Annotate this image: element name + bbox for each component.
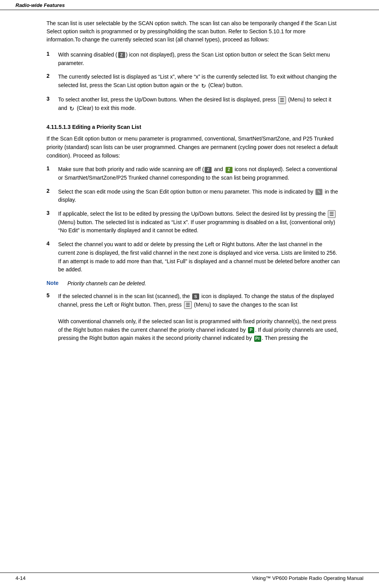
section-step-4-num: 4 [47,240,58,274]
section-step-2: 2 Select the scan edit mode using the Sc… [47,188,340,204]
scan-disabled-icon: Z [118,52,125,58]
section-step-3-num: 3 [47,210,58,235]
section-step-1-num: 1 [47,165,58,182]
note-text: Priority channels can be deleted. [67,279,146,288]
page-header: Radio-wide Features [0,0,379,10]
priority-p1-icon: P [248,327,254,333]
section-step-2-num: 2 [47,188,58,204]
step-1-content: With scanning disabled (Z) icon not disp… [58,51,340,67]
clear-icon-1: ↻ [201,81,206,90]
section-step-4: 4 Select the channel you want to add or … [47,240,340,274]
section-4-11-5-1-3-heading: 4.11.5.1.3 Editing a Priority Scan List [47,124,340,130]
step-3-content: To select another list, press the Up/Dow… [58,96,340,113]
content-area: The scan list is user selectable by the … [0,10,379,363]
clear-icon-2: ↻ [69,104,74,113]
section-step-2-content: Select the scan edit mode using the Scan… [58,188,340,204]
note-row: Note Priority channels can be deleted. [47,279,340,288]
menu-icon-3: ☰ [184,301,192,309]
section-step-3-content: If applicable, select the list to be edi… [58,210,340,235]
step-1-num: 1 [47,51,58,67]
step-1: 1 With scanning disabled (Z) icon not di… [47,51,340,67]
priority-p2-icon: P2 [254,336,261,342]
note-label: Note [47,279,61,286]
section-step-5-num: 5 [47,292,58,343]
header-text: Radio-wide Features [16,2,65,8]
section-step-4-content: Select the channel you want to add or de… [58,240,340,274]
section-step-1: 1 Make sure that both priority and radio… [47,165,340,182]
section-step-1-content: Make sure that both priority and radio w… [58,165,340,182]
scan-s-icon: S [192,293,199,300]
priority-scan-off-icon: Z [205,167,212,173]
menu-icon-1: ☰ [278,96,286,104]
footer-page-num: 4-14 [16,575,26,581]
step-3: 3 To select another list, press the Up/D… [47,96,340,113]
step-2-num: 2 [47,73,58,90]
step-2-content: The currently selected list is displayed… [58,73,340,90]
page-container: Radio-wide Features The scan list is use… [0,0,379,588]
footer-title: Viking™ VP600 Portable Radio Operating M… [252,575,363,581]
intro-paragraph: The scan list is user selectable by the … [47,19,340,44]
step-3-num: 3 [47,96,58,113]
scan-edit-mode-icon: ✎ [315,189,322,195]
section-step-5-content: If the selected channel is in the scan l… [58,292,340,343]
step-2: 2 The currently selected list is display… [47,73,340,90]
section-step-5: 5 If the selected channel is in the scan… [47,292,340,343]
section-step-3: 3 If applicable, select the list to be e… [47,210,340,235]
radio-wide-scan-off-icon: Z [226,167,233,173]
page-footer: 4-14 Viking™ VP600 Portable Radio Operat… [0,573,379,581]
section-intro: If the Scan Edit option button or menu p… [47,135,340,160]
menu-icon-2: ☰ [328,210,336,218]
